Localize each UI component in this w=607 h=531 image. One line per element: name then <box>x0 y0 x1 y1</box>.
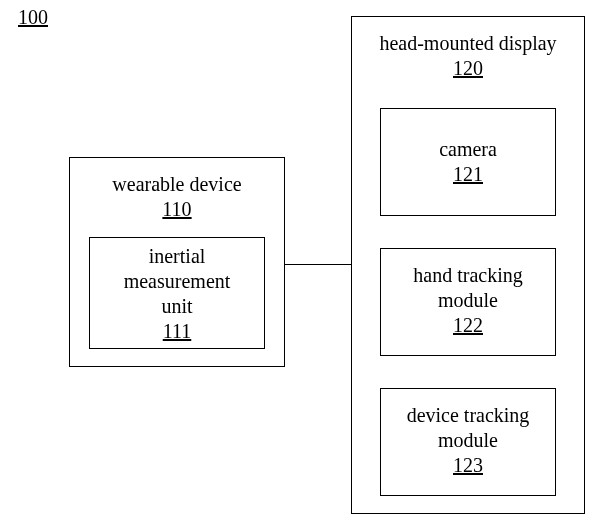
device-tracking-ref: 123 <box>381 453 555 478</box>
imu-line1: inertial <box>90 244 264 269</box>
figure-reference: 100 <box>18 6 48 29</box>
imu-ref: 111 <box>90 319 264 344</box>
wearable-device-ref: 110 <box>70 197 284 222</box>
device-tracking-box: device tracking module 123 <box>380 388 556 496</box>
connector-line <box>285 264 351 265</box>
imu-box: inertial measurement unit 111 <box>89 237 265 349</box>
hand-tracking-line1: hand tracking <box>381 263 555 288</box>
camera-label-block: camera 121 <box>381 137 555 187</box>
hand-tracking-box: hand tracking module 122 <box>380 248 556 356</box>
hmd-label: head-mounted display <box>352 31 584 56</box>
wearable-device-label: wearable device <box>70 172 284 197</box>
hmd-label-block: head-mounted display 120 <box>352 31 584 81</box>
hand-tracking-ref: 122 <box>381 313 555 338</box>
imu-line2: measurement <box>90 269 264 294</box>
camera-label: camera <box>381 137 555 162</box>
hand-tracking-line2: module <box>381 288 555 313</box>
diagram-canvas: 100 wearable device 110 inertial measure… <box>0 0 607 531</box>
camera-box: camera 121 <box>380 108 556 216</box>
device-tracking-line2: module <box>381 428 555 453</box>
hand-tracking-label-block: hand tracking module 122 <box>381 263 555 338</box>
device-tracking-label-block: device tracking module 123 <box>381 403 555 478</box>
hmd-ref: 120 <box>352 56 584 81</box>
device-tracking-line1: device tracking <box>381 403 555 428</box>
camera-ref: 121 <box>381 162 555 187</box>
wearable-device-label-block: wearable device 110 <box>70 172 284 222</box>
imu-line3: unit <box>90 294 264 319</box>
imu-label-block: inertial measurement unit 111 <box>90 244 264 344</box>
